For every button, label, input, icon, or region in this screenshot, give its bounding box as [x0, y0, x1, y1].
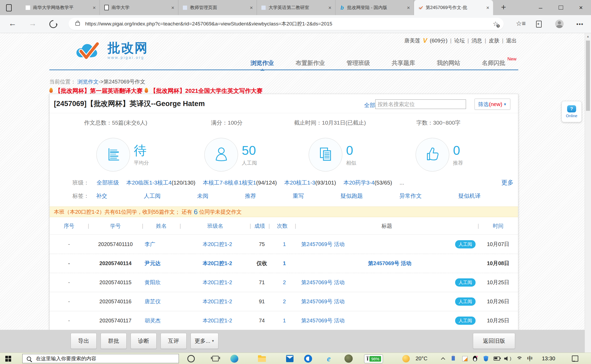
site-logo[interactable]: 批改网 www.pigai.org: [74, 41, 148, 62]
student-name-link[interactable]: 黄阳欣: [145, 279, 161, 286]
temperature-label[interactable]: 20°C: [416, 353, 428, 364]
new-tab-button[interactable]: +: [501, 3, 506, 12]
profile-avatar[interactable]: [555, 20, 564, 28]
essay-title-link[interactable]: 第2457069号 活动: [301, 241, 344, 248]
times-link[interactable]: 2: [283, 279, 286, 286]
edge-app-icon[interactable]: [230, 353, 238, 364]
back-button[interactable]: ←: [8, 19, 16, 28]
user-link-皮肤[interactable]: 皮肤: [489, 37, 499, 44]
class-name-link[interactable]: 本20口腔1-2: [202, 260, 232, 267]
browser-tab-6[interactable]: 第2457069号作文-批×: [414, 0, 493, 15]
tab-close-icon[interactable]: ×: [485, 5, 490, 10]
user-link-论坛[interactable]: 论坛: [454, 37, 465, 44]
weather-icon[interactable]: [402, 353, 410, 364]
tag-link-异常作文[interactable]: 异常作文: [399, 192, 422, 200]
tab-close-icon[interactable]: ×: [327, 5, 333, 10]
network-icon[interactable]: [516, 353, 522, 364]
column-header-次数[interactable]: 次数: [269, 222, 295, 231]
qq-tray-icon[interactable]: [473, 353, 477, 364]
nav-item-管理班级[interactable]: 管理班级: [347, 59, 370, 67]
start-button[interactable]: [5, 353, 11, 364]
online-support-widget[interactable]: ? Online: [562, 101, 582, 122]
page-scrollbar[interactable]: ▲: [585, 33, 591, 353]
tag-link-疑似机译[interactable]: 疑似机译: [458, 192, 481, 200]
tag-link-未阅[interactable]: 未阅: [197, 192, 208, 200]
essay-title-link[interactable]: 第2457069号 活动: [301, 317, 344, 324]
table-row[interactable]: -202057401110李广本20口腔1-2751第2457069号 活动人工…: [50, 235, 518, 254]
file-explorer-icon[interactable]: [258, 353, 266, 364]
table-row[interactable]: -20205740114尹元达本20口腔1-2仅收1第2457069号 活动10…: [50, 254, 518, 273]
taskbar-clock[interactable]: 13:30: [542, 353, 555, 364]
tag-link-补交[interactable]: 补交: [96, 192, 107, 200]
action-center-icon[interactable]: [572, 353, 578, 364]
updater-tray-icon[interactable]: [462, 353, 468, 364]
class-name-link[interactable]: 本20口腔1-2: [202, 241, 232, 248]
tab-overview-button[interactable]: [5, 4, 13, 12]
back-to-old-version-button[interactable]: 返回旧版: [473, 333, 515, 349]
table-row[interactable]: -20205740116唐芷仪本20口腔1-2912第2457069号 活动人工…: [50, 292, 518, 311]
speaker-icon[interactable]: ): [504, 353, 511, 364]
menu-dots-icon[interactable]: •••: [576, 21, 584, 27]
browser-tab-5[interactable]: b批改网登陆 - 国内版×: [335, 0, 414, 15]
nav-item-共享题库[interactable]: 共享题库: [392, 59, 415, 67]
close-button[interactable]: ×: [571, 0, 591, 15]
class-link[interactable]: 本20临医1-3核工4(120/130): [126, 179, 195, 186]
column-header-成绩[interactable]: 成绩: [250, 222, 269, 231]
filter-button[interactable]: 筛选(new)▼: [474, 99, 510, 110]
tag-link-人工阅[interactable]: 人工阅: [144, 192, 161, 200]
user-link-退出[interactable]: 退出: [506, 37, 517, 44]
times-link[interactable]: 1: [283, 318, 286, 324]
scroll-up-arrow[interactable]: ▲: [586, 35, 589, 38]
nav-item-我的网站[interactable]: 我的网站: [437, 59, 460, 67]
browser-tab-2[interactable]: 南华大学×: [100, 0, 178, 15]
column-header-班级名[interactable]: 班级名: [180, 222, 250, 231]
tag-link-推荐[interactable]: 推荐: [245, 192, 256, 200]
internet-explorer-icon[interactable]: e: [327, 353, 331, 364]
all-link[interactable]: 全部: [364, 102, 375, 109]
column-header-学号[interactable]: 学号: [88, 222, 143, 231]
column-header-时间[interactable]: 时间: [478, 222, 518, 231]
student-name-link[interactable]: 李广: [145, 241, 155, 248]
forward-button[interactable]: →: [29, 19, 37, 28]
table-row[interactable]: -20205740117胡灵杰本20口腔1-2741第2457069号 活动人工…: [50, 311, 518, 330]
mail-app-icon[interactable]: [286, 353, 294, 364]
column-header-姓名[interactable]: 姓名: [143, 222, 180, 231]
more-classes-link[interactable]: 更多: [501, 178, 514, 187]
taskbar-search-input[interactable]: [35, 356, 179, 362]
tab-close-icon[interactable]: ×: [170, 5, 175, 10]
footer-button-互评[interactable]: 互评: [161, 333, 187, 349]
favorite-star-icon[interactable]: ☆+: [493, 20, 498, 28]
footer-button-诊断[interactable]: 诊断: [131, 333, 157, 349]
announcement-link-1[interactable]: 【批改网杯】第一届英语翻译大赛: [55, 87, 143, 94]
class-name-link[interactable]: 本20口腔1-2: [202, 279, 232, 286]
essay-title-link[interactable]: 第2457069号 活动: [301, 279, 344, 286]
security-shield-icon[interactable]: [484, 353, 488, 364]
class-name-link[interactable]: 本20口腔1-2: [202, 317, 232, 324]
tab-close-icon[interactable]: ×: [92, 5, 97, 10]
table-row[interactable]: -20205740115黄阳欣本20口腔1-2712第2457069号 活动人工…: [50, 273, 518, 292]
browser-tab-1[interactable]: 南华大学网络教学平×: [21, 0, 100, 15]
nav-item-浏览作业[interactable]: 浏览作业: [251, 59, 274, 67]
footer-button-更多[interactable]: 更多...▼: [191, 333, 218, 349]
taskbar-search-box[interactable]: [22, 354, 179, 363]
minimize-button[interactable]: –: [530, 0, 551, 15]
collections-icon[interactable]: [536, 21, 542, 28]
nav-item-名师闪批[interactable]: 名师闪批New: [482, 59, 505, 67]
tab-close-icon[interactable]: ×: [406, 5, 411, 10]
times-link[interactable]: 2: [283, 299, 286, 305]
column-header-序号[interactable]: 序号: [50, 222, 88, 231]
url-input[interactable]: [85, 21, 493, 27]
user-link-消息[interactable]: 消息: [472, 37, 482, 44]
essay-title-link[interactable]: 第2457069号 活动: [368, 260, 411, 267]
task-view-icon[interactable]: [212, 353, 219, 364]
tag-link-重写[interactable]: 重写: [293, 192, 304, 200]
favorites-bar-icon[interactable]: ☆≡: [516, 20, 526, 27]
taskbar-avatar-icon[interactable]: [344, 353, 353, 364]
class-link[interactable]: 本20核工1-3(93/101): [284, 179, 336, 186]
ime-indicator[interactable]: 中: [527, 353, 533, 364]
times-link[interactable]: 1: [283, 260, 286, 266]
essay-title-link[interactable]: 第2457069号 活动: [301, 298, 344, 305]
student-name-link[interactable]: 唐芷仪: [145, 298, 161, 305]
footer-button-群批[interactable]: 群批: [101, 333, 127, 349]
student-name-link[interactable]: 尹元达: [145, 260, 161, 267]
